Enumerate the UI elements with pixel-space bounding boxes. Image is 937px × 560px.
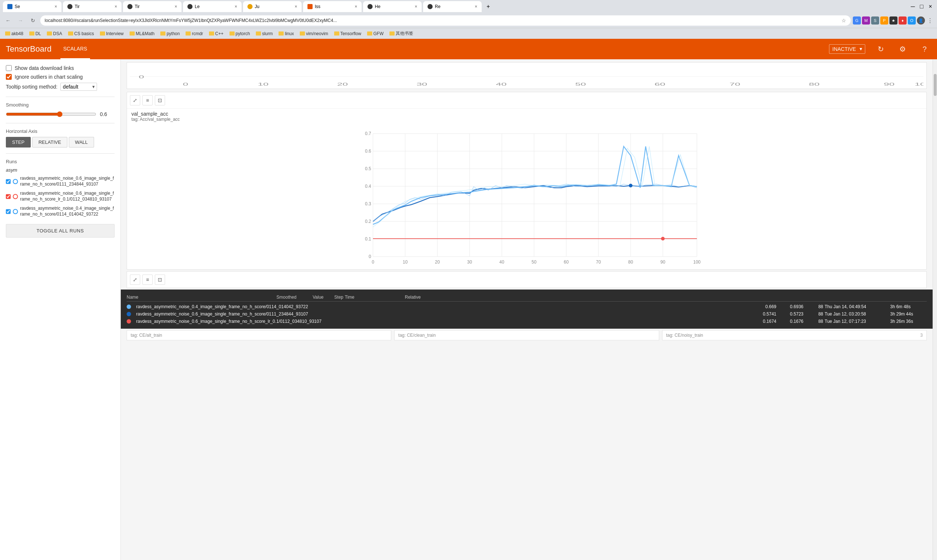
- browser-tab-he[interactable]: He ×: [363, 1, 422, 12]
- tab-close-ju[interactable]: ×: [295, 4, 297, 9]
- show-data-links-checkbox[interactable]: [6, 65, 12, 71]
- bookmark-slurm[interactable]: slurm: [254, 31, 275, 37]
- legend-name-3: ravdess_asymmetric_noise_0.6_image_singl…: [136, 319, 746, 324]
- run2-endpoint: [661, 237, 665, 240]
- run-3-checkbox[interactable]: [6, 209, 11, 214]
- ext-icon-1[interactable]: G: [853, 17, 861, 25]
- bookmark-interview[interactable]: Interview: [98, 31, 126, 37]
- second-chart-fit-button[interactable]: ⊡: [155, 274, 165, 285]
- browser-tab-le[interactable]: Le ×: [183, 1, 242, 12]
- tab-close-tir2[interactable]: ×: [175, 4, 177, 9]
- tooltip-sort-select[interactable]: default ascending descending nearest: [60, 83, 97, 91]
- tab-close-le[interactable]: ×: [235, 4, 237, 9]
- browser-tab-re[interactable]: Re ×: [423, 1, 482, 12]
- browser-tab-tir2[interactable]: Tir ×: [123, 1, 182, 12]
- run-3-label: ravdess_asymmetric_noise_0.4_image_singl…: [20, 206, 115, 217]
- bookmark-mlmath[interactable]: ML&Math: [128, 31, 157, 37]
- svg-text:60: 60: [564, 260, 569, 265]
- bookmark-akb48[interactable]: akb48: [3, 31, 26, 37]
- browser-tab-iss[interactable]: Iss ×: [303, 1, 362, 12]
- bookmark-dl[interactable]: DL: [27, 31, 43, 37]
- new-tab-button[interactable]: +: [483, 2, 493, 12]
- toggle-all-runs-button[interactable]: TOGGLE ALL RUNS: [6, 224, 115, 237]
- bookmark-tensorflow[interactable]: Tensorflow: [332, 31, 363, 37]
- svg-text:0.5: 0.5: [365, 166, 371, 171]
- axis-relative-button[interactable]: RELATIVE: [32, 137, 67, 148]
- smoothing-row: 0.6: [6, 111, 115, 117]
- forward-button[interactable]: →: [15, 15, 26, 26]
- maximize-button[interactable]: □: [918, 3, 925, 10]
- refresh-button[interactable]: ↻: [874, 43, 887, 55]
- ext-icon-4[interactable]: P: [880, 17, 888, 25]
- ignore-outliers-label[interactable]: Ignore outliers in chart scaling: [15, 74, 83, 80]
- bookmark-python[interactable]: python: [158, 31, 182, 37]
- show-data-links-label[interactable]: Show data download links: [15, 65, 74, 71]
- svg-text:10: 10: [403, 260, 408, 265]
- nav-scalars[interactable]: SCALARS: [60, 39, 90, 59]
- reload-button[interactable]: ↻: [28, 15, 38, 26]
- tab-close-tir1[interactable]: ×: [115, 4, 117, 9]
- ext-icon-3[interactable]: S: [871, 17, 879, 25]
- ext-icon-6[interactable]: ♦: [899, 17, 906, 25]
- bookmark-star-icon[interactable]: ☆: [842, 18, 846, 23]
- horizontal-axis-title: Horizontal Axis: [6, 128, 115, 134]
- address-input-container[interactable]: localhost:8080/#scalars&runSelectionStat…: [40, 15, 851, 26]
- second-chart-list-button[interactable]: ≡: [142, 274, 152, 285]
- bookmark-rcmdr[interactable]: rcmdr: [183, 31, 205, 37]
- tab-close-he[interactable]: ×: [415, 4, 417, 9]
- tab-close-se[interactable]: ×: [55, 4, 57, 9]
- axis-wall-button[interactable]: WALL: [69, 137, 94, 148]
- ext-icon-7[interactable]: O: [908, 17, 916, 25]
- legend-smoothed-2: 0.5741: [747, 311, 776, 317]
- browser-tab-se[interactable]: Se ×: [3, 1, 62, 12]
- bookmark-pytorch[interactable]: pytorch: [227, 31, 252, 37]
- inactive-select[interactable]: INACTIVE ACTIVE: [829, 44, 865, 54]
- browser-tab-tir1[interactable]: Tir ×: [63, 1, 122, 12]
- chart-toolbar: ⤢ ≡ ⊡: [127, 92, 926, 109]
- profile-icon[interactable]: 👤: [917, 17, 925, 25]
- ext-icon-5[interactable]: ★: [889, 17, 897, 25]
- bookmark-vim[interactable]: vim/neovim: [298, 31, 331, 37]
- scrollbar[interactable]: [932, 59, 937, 560]
- bottom-chart-1: tag: CE/alt_train: [127, 330, 391, 340]
- legend-dot-3: [127, 319, 131, 323]
- run-1-checkbox[interactable]: [6, 178, 11, 185]
- legend-table-header: Name Smoothed Value Step Time Relative: [127, 293, 927, 302]
- tab-close-iss[interactable]: ×: [355, 4, 357, 9]
- legend-smoothed-1: 0.669: [747, 304, 776, 309]
- address-text: localhost:8080/#scalars&runSelectionStat…: [45, 18, 842, 23]
- ext-icon-2[interactable]: M: [862, 17, 870, 25]
- run-2-checkbox[interactable]: [6, 194, 11, 200]
- axis-step-button[interactable]: STEP: [6, 137, 31, 148]
- partial-top-chart: 0 0 10 20 30 40 50 60 70 80 90 100: [127, 62, 927, 89]
- minimize-button[interactable]: ─: [909, 3, 917, 10]
- svg-text:0: 0: [369, 254, 371, 259]
- svg-text:70: 70: [729, 82, 740, 86]
- svg-text:0.2: 0.2: [365, 219, 371, 224]
- legend-time-2: Tue Jan 12, 03:20:58: [825, 311, 889, 317]
- close-button[interactable]: ×: [927, 3, 934, 10]
- smoothing-slider[interactable]: [6, 111, 96, 117]
- help-button[interactable]: ?: [918, 43, 931, 55]
- bookmark-cpp[interactable]: C++: [207, 31, 226, 37]
- bookmark-dsa[interactable]: DSA: [45, 31, 65, 37]
- svg-text:0.7: 0.7: [365, 131, 371, 136]
- back-button[interactable]: ←: [3, 15, 13, 26]
- extension-icons: G M S P ★ ♦ O 👤 ⋮: [853, 17, 934, 25]
- tab-close-re[interactable]: ×: [475, 4, 477, 9]
- second-chart-toolbar: ⤢ ≡ ⊡: [127, 271, 927, 288]
- scrollbar-thumb[interactable]: [934, 74, 937, 96]
- browser-tab-ju[interactable]: Ju ×: [243, 1, 302, 12]
- ignore-outliers-checkbox[interactable]: [6, 74, 12, 80]
- legend-relative-2: 3h 29m 44s: [890, 311, 927, 317]
- bookmark-cs[interactable]: CS basics: [66, 31, 96, 37]
- chart-expand-button[interactable]: ⤢: [130, 95, 140, 105]
- bookmark-other[interactable]: 其他书签: [387, 30, 415, 37]
- chart-list-button[interactable]: ≡: [142, 95, 152, 105]
- bookmark-gfw[interactable]: GFW: [365, 31, 386, 37]
- second-chart-expand-button[interactable]: ⤢: [130, 274, 140, 285]
- menu-icon[interactable]: ⋮: [926, 17, 934, 25]
- bookmark-linux[interactable]: linux: [276, 31, 296, 37]
- chart-fit-button[interactable]: ⊡: [155, 95, 165, 105]
- settings-button[interactable]: ⚙: [896, 43, 909, 55]
